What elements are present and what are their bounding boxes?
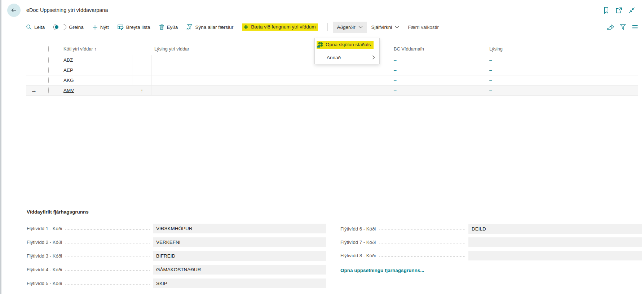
globe-link-icon [317,41,323,48]
current-row-arrow-icon: → [26,87,43,94]
clear-filter-icon [186,24,193,30]
cell-bc-desc[interactable]: – [489,67,492,73]
collapse-icon[interactable] [628,7,635,14]
delete-button[interactable]: Eyða [159,24,178,30]
plus-icon [92,25,98,30]
share-icon[interactable] [607,24,614,30]
back-button[interactable] [7,4,21,17]
row-radio[interactable] [48,87,49,93]
field-label: Flýtivídd 5 - Kóði [27,281,62,286]
field-label: Flýtivídd 1 - Kóði [27,226,62,231]
cell-bc-desc[interactable]: – [489,78,492,83]
field-flytividd-4: Flýtivídd 4 - Kóði GÁMAKOSTNAÐUR [27,265,326,275]
chevron-down-icon [358,26,363,28]
chevron-right-icon [372,55,375,60]
cell-bc-name[interactable]: – [394,57,397,63]
row-radio[interactable] [48,77,49,83]
chevron-down-icon [395,26,399,28]
row-radio[interactable] [48,57,49,63]
bc-page: eDoc Uppsetning ytri víddavarpana [0,0,644,294]
column-header-code[interactable]: Kóti ytri víddar ↑ [59,46,132,52]
automation-label: Sjálfvirkni [371,25,392,30]
cell-desc[interactable] [151,65,393,75]
dotted-leader [65,265,150,271]
cell-bc-name[interactable]: – [394,88,397,93]
row-radio[interactable] [48,67,49,73]
dotted-leader [65,238,150,243]
menu-item-label: Opna skjölun staðals [326,42,371,47]
dotted-leader [65,251,150,257]
cell-desc[interactable] [151,75,393,85]
field-value[interactable] [468,237,642,247]
list-options-icon[interactable] [632,25,638,30]
table-row[interactable]: AKG – – [26,75,638,85]
cell-code[interactable]: AMV [63,88,74,93]
field-value[interactable]: VERKEFNI [153,237,326,247]
actions-menu-button[interactable]: Aðgerðir [333,22,367,33]
table-row-selected[interactable]: → AMV ⋮ – – [26,85,638,96]
field-label: Flýtivídd 7 - Kóði [340,240,376,245]
edit-list-button[interactable]: Breyta lista [118,24,150,30]
add-external-dimensions-button[interactable]: Bæta við fengnum ytri víddum [242,23,318,31]
field-label: Flýtivídd 6 - Kóði [340,226,376,232]
column-header-bc-name[interactable]: BC Víddarnafn [393,46,489,52]
open-in-new-window-icon[interactable] [616,7,622,14]
field-label: Flýtivídd 2 - Kóði [27,240,62,245]
green-plus-icon [243,25,248,30]
header-icons [603,7,635,14]
automation-menu-button[interactable]: Sjálfvirkni [367,22,404,33]
field-flytividd-5: Flýtivídd 5 - Kóði SKIP [27,278,326,288]
cell-bc-desc[interactable]: – [489,88,492,93]
fewer-options-button[interactable]: Færri valkostir [403,22,443,33]
page-title: eDoc Uppsetning ytri víddavarpana [26,7,108,13]
show-all-entries-button[interactable]: Sýna allar færslur [186,24,233,30]
cell-code[interactable]: AEP [63,67,73,73]
cell-code[interactable]: AKG [63,78,74,83]
analyze-toggle-group[interactable]: Greina [53,24,84,30]
table-row[interactable]: AEP – – [26,65,638,75]
menu-item-open-documentation[interactable]: Opna skjölun staðals [315,39,379,51]
filter-icon[interactable] [620,24,626,30]
field-flytividd-3: Flýtivídd 3 - Kóði BIFREIÐ [27,251,326,261]
page-header: eDoc Uppsetning ytri víddavarpana [1,0,644,20]
cell-bc-name[interactable]: – [394,78,397,83]
new-button[interactable]: Nýtt [92,25,109,30]
dotted-leader [379,251,465,257]
select-all-radio[interactable] [48,46,49,52]
search-button[interactable]: Leita [26,24,45,30]
field-label: Flýtivídd 8 - Kóði [340,253,376,258]
field-value[interactable]: BIFREIÐ [153,251,326,261]
field-value[interactable]: GÁMAKOSTNAÐUR [153,265,326,275]
cell-bc-desc[interactable]: – [489,57,492,63]
menu-item-annad[interactable]: Annað [315,51,379,63]
actions-dropdown-menu: Opna skjölun staðals Annað [314,38,380,64]
dotted-leader [379,224,465,230]
cell-context-menu-icon[interactable]: ⋮ [140,89,144,92]
open-gl-setup-link[interactable]: Opna uppsetningu fjárhagsgrunns... [340,268,424,273]
toolbar-separator [327,23,328,31]
field-flytividd-7: Flýtivídd 7 - Kóði [340,237,642,247]
cell-bc-name[interactable]: – [394,67,397,73]
bookmark-icon[interactable] [603,7,609,14]
column-header-bc-desc[interactable]: Lýsing [489,46,638,52]
field-value[interactable]: SKIP [153,278,326,288]
menu-item-label: Annað [327,55,341,60]
sort-ascending-icon: ↑ [94,46,96,52]
show-all-label: Sýna allar færslur [195,25,233,30]
field-value[interactable] [468,251,642,260]
toolbar-right-icons [607,24,638,30]
field-label: Flýtivídd 3 - Kóði [27,253,62,259]
window-edge [0,0,1,294]
field-value[interactable]: VIÐSKMHÓPUR [153,224,326,233]
search-label: Leita [34,25,45,30]
analyze-toggle[interactable] [53,24,66,30]
field-value[interactable]: DEILD [468,224,642,234]
new-label: Nýtt [100,25,109,30]
dotted-leader [65,224,150,230]
dotted-leader [379,238,465,243]
cell-desc[interactable] [151,85,393,95]
edit-list-icon [118,24,124,30]
actions-label: Aðgerðir [337,25,356,30]
delete-label: Eyða [167,25,178,30]
cell-code[interactable]: ABZ [63,57,73,63]
